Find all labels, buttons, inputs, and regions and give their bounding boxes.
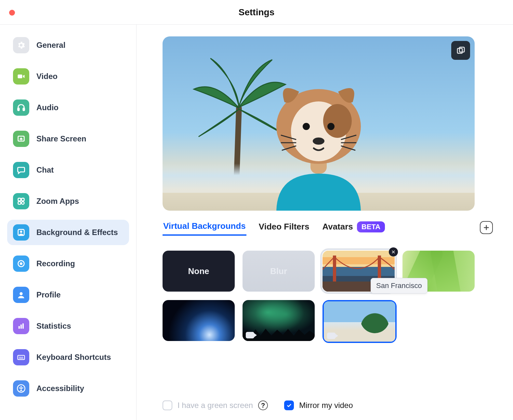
svg-point-7 (21, 202, 24, 204)
svg-rect-5 (21, 198, 24, 201)
main-panel: Virtual Backgrounds Video Filters Avatar… (137, 25, 513, 420)
svg-point-22 (323, 104, 352, 138)
svg-point-18 (20, 386, 22, 387)
sidebar-item-video[interactable]: Video (7, 64, 129, 89)
apps-icon (13, 193, 29, 209)
svg-rect-32 (333, 256, 336, 282)
sidebar-label: Keyboard Shortcuts (36, 353, 111, 362)
backgrounds-grid: None Blur (163, 251, 493, 343)
background-blur[interactable]: Blur (243, 251, 315, 292)
sidebar-item-keyboard-shortcuts[interactable]: Keyboard Shortcuts (7, 345, 129, 370)
add-background-button[interactable] (480, 221, 493, 234)
window-title: Settings (239, 7, 274, 18)
thumb-label: Blur (270, 266, 287, 276)
svg-rect-0 (18, 74, 22, 78)
tab-avatars[interactable]: Avatars BETA (322, 219, 386, 236)
sidebar-label: Share Screen (36, 134, 86, 143)
tab-label: Virtual Backgrounds (163, 221, 246, 231)
sidebar-item-chat[interactable]: Chat (7, 157, 129, 183)
video-icon (13, 68, 29, 85)
question-icon: ? (261, 402, 265, 409)
green-screen-checkbox[interactable] (163, 400, 172, 410)
sidebar-item-background-effects[interactable]: Background & Effects (7, 220, 129, 245)
rotate-camera-icon (456, 46, 466, 55)
statistics-icon (13, 318, 29, 334)
sidebar-label: Statistics (36, 322, 71, 331)
settings-window: Settings General Video Audio (0, 0, 513, 420)
tab-video-filters[interactable]: Video Filters (258, 220, 310, 235)
headphones-icon (13, 99, 29, 116)
green-screen-label: I have a green screen (178, 401, 253, 410)
sidebar-label: General (36, 41, 65, 50)
gear-icon (13, 37, 29, 53)
tooltip-text: San Francisco (376, 282, 422, 290)
svg-point-25 (313, 138, 324, 145)
svg-rect-13 (19, 326, 20, 329)
svg-point-9 (20, 230, 22, 233)
background-effects-icon (13, 224, 29, 241)
video-background-icon (246, 332, 254, 338)
accessibility-icon (13, 380, 29, 397)
rotate-camera-button[interactable] (451, 41, 470, 60)
sidebar-item-accessibility[interactable]: Accessibility (7, 376, 129, 401)
titlebar: Settings (0, 0, 513, 25)
sidebar-label: Profile (36, 290, 61, 299)
close-window-button[interactable] (9, 10, 15, 16)
svg-rect-16 (18, 355, 25, 360)
background-aurora[interactable] (243, 300, 315, 341)
background-none[interactable]: None (163, 251, 235, 292)
close-icon (391, 250, 396, 254)
svg-point-11 (20, 262, 22, 265)
sidebar-item-recording[interactable]: Recording (7, 251, 129, 276)
sidebar-item-general[interactable]: General (7, 33, 129, 58)
sidebar-item-share-screen[interactable]: Share Screen (7, 126, 129, 151)
background-beach[interactable] (322, 300, 397, 343)
mirror-video-option: Mirror my video (284, 400, 353, 410)
mirror-video-label: Mirror my video (299, 401, 353, 410)
sidebar-item-audio[interactable]: Audio (7, 95, 129, 120)
sidebar-label: Audio (36, 103, 59, 112)
svg-rect-1 (18, 108, 20, 111)
svg-rect-14 (20, 324, 22, 329)
sidebar-item-zoom-apps[interactable]: Zoom Apps (7, 189, 129, 214)
svg-rect-33 (378, 256, 381, 282)
tab-virtual-backgrounds[interactable]: Virtual Backgrounds (163, 219, 246, 236)
avatar-preview (257, 76, 380, 211)
sidebar-label: Recording (36, 259, 75, 268)
settings-sidebar: General Video Audio Share Screen (0, 25, 137, 420)
window-body: General Video Audio Share Screen (0, 25, 513, 420)
sidebar-label: Accessibility (36, 384, 84, 393)
green-screen-help-button[interactable]: ? (258, 400, 268, 410)
svg-rect-6 (18, 202, 21, 204)
bottom-options: I have a green screen ? Mirror my video (163, 387, 493, 410)
sidebar-label: Chat (36, 165, 54, 175)
recording-icon (13, 256, 29, 272)
tab-label: Video Filters (259, 222, 309, 232)
window-controls (9, 10, 15, 16)
remove-background-button[interactable] (389, 247, 398, 256)
sidebar-item-statistics[interactable]: Statistics (7, 313, 129, 339)
sidebar-label: Background & Effects (36, 228, 118, 237)
tab-label: Avatars (322, 222, 353, 232)
beta-badge: BETA (357, 221, 385, 232)
tooltip-san-francisco: San Francisco (371, 278, 428, 294)
profile-icon (13, 287, 29, 303)
thumb-label: None (188, 266, 209, 276)
plus-icon (483, 224, 490, 231)
effects-tabs: Virtual Backgrounds Video Filters Avatar… (163, 219, 493, 236)
check-icon (286, 402, 292, 408)
chat-icon (13, 162, 29, 178)
svg-point-24 (327, 123, 335, 130)
svg-point-12 (20, 292, 22, 295)
svg-rect-2 (23, 108, 25, 111)
svg-rect-4 (18, 198, 21, 201)
background-earth[interactable] (163, 300, 235, 341)
svg-point-23 (303, 123, 310, 130)
keyboard-icon (13, 349, 29, 365)
green-screen-option: I have a green screen ? (163, 400, 268, 410)
sidebar-label: Zoom Apps (36, 197, 79, 206)
mirror-video-checkbox[interactable] (284, 400, 294, 410)
sidebar-item-profile[interactable]: Profile (7, 282, 129, 308)
video-preview (163, 36, 475, 211)
video-background-icon (327, 333, 335, 339)
